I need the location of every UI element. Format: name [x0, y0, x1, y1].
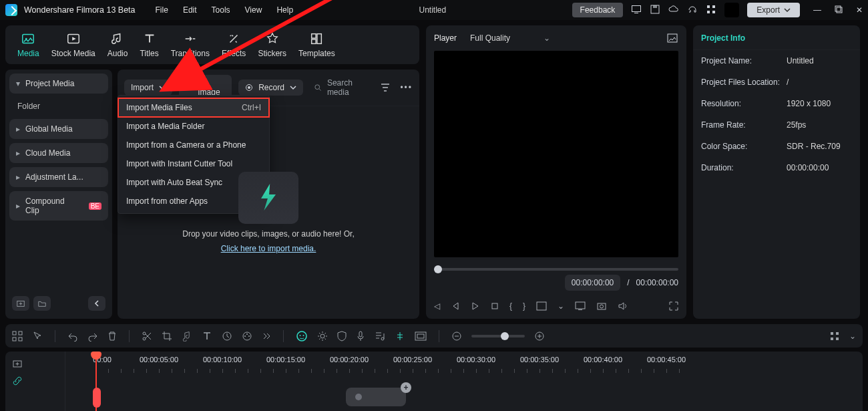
tl-view-caret-icon[interactable]: ⌄: [849, 331, 856, 341]
menu-view[interactable]: View: [245, 5, 262, 15]
tab-media[interactable]: Media: [17, 31, 39, 58]
zoom-out-icon[interactable]: [451, 331, 462, 341]
feedback-button[interactable]: Feedback: [572, 3, 624, 17]
mark-out-icon[interactable]: }: [523, 301, 525, 311]
menu-help[interactable]: Help: [276, 5, 293, 15]
color-icon[interactable]: [242, 331, 252, 341]
sidebar-item-adjustment-layer[interactable]: ▸ Adjustment La...: [9, 167, 108, 187]
window-maximize-icon[interactable]: [835, 5, 843, 15]
zoom-knob-icon[interactable]: [501, 332, 509, 340]
import-instant-cutter[interactable]: Import with Instant Cutter Tool: [118, 154, 269, 173]
tl-add-track-icon[interactable]: [12, 358, 58, 369]
tab-stickers[interactable]: Stickers: [258, 31, 286, 58]
tl-shield-icon[interactable]: [337, 331, 347, 341]
prev-frame-icon[interactable]: ◁: [434, 301, 440, 311]
new-folder-icon[interactable]: [33, 296, 51, 311]
volume-icon[interactable]: [618, 301, 628, 311]
camera-icon[interactable]: [596, 301, 607, 311]
export-button[interactable]: Export: [747, 3, 800, 17]
chevron-down-icon[interactable]: ⌄: [558, 301, 564, 311]
menu-edit[interactable]: Edit: [183, 5, 197, 15]
info-cs-val: SDR - Rec.709: [787, 142, 841, 151]
cloud-icon[interactable]: [668, 4, 679, 17]
mark-in-icon[interactable]: {: [509, 301, 512, 311]
tab-titles[interactable]: Titles: [140, 31, 158, 58]
dropzone-link[interactable]: Click here to import media.: [221, 244, 316, 253]
display-icon[interactable]: [575, 301, 586, 311]
record-button[interactable]: Record: [238, 80, 303, 96]
tl-sun-icon[interactable]: [317, 331, 328, 341]
play-backward-icon[interactable]: [451, 301, 460, 311]
marker-icon[interactable]: [395, 331, 405, 341]
frame-icon[interactable]: [415, 331, 427, 341]
svg-rect-1: [634, 13, 638, 13]
progress-thumb-icon[interactable]: [434, 265, 442, 273]
tl-view-icon[interactable]: [829, 331, 840, 341]
tab-titles-label: Titles: [140, 49, 158, 58]
tab-effects[interactable]: Effects: [222, 31, 246, 58]
new-bin-icon[interactable]: [12, 296, 29, 311]
tl-grid-icon[interactable]: [12, 331, 23, 341]
player-quality-select[interactable]: Full Quality ⌄: [470, 33, 550, 43]
delete-icon[interactable]: [107, 331, 117, 341]
screen-icon[interactable]: [631, 4, 642, 17]
mic-icon[interactable]: [356, 331, 365, 341]
timeline-clip[interactable]: +: [346, 388, 406, 406]
ai-assistant-icon[interactable]: [296, 330, 308, 342]
menu-file[interactable]: File: [156, 5, 168, 15]
more-tl-icon[interactable]: [262, 331, 271, 341]
undo-icon[interactable]: [67, 331, 78, 341]
aspect-icon[interactable]: [536, 301, 547, 311]
text-icon[interactable]: [202, 331, 212, 341]
tab-stock-media[interactable]: Stock Media: [51, 31, 95, 58]
crop-icon[interactable]: [162, 331, 172, 341]
import-button[interactable]: Import: [124, 80, 172, 96]
timeline-track[interactable]: +: [65, 384, 863, 410]
svg-marker-23: [453, 303, 458, 309]
sidebar-folder[interactable]: Folder: [9, 98, 108, 115]
snapshot-icon[interactable]: [666, 32, 678, 44]
zoom-in-icon[interactable]: [534, 331, 545, 341]
trim-icon[interactable]: [222, 331, 232, 341]
tl-cursor-icon[interactable]: [32, 331, 43, 341]
grid-icon[interactable]: [706, 4, 716, 17]
redo-icon[interactable]: [87, 331, 98, 341]
chevron-down-icon: ▾: [16, 79, 20, 88]
tl-link-icon[interactable]: [12, 376, 58, 386]
player-progress[interactable]: [434, 268, 678, 271]
sidebar-item-global-media[interactable]: ▸ Global Media: [9, 119, 108, 139]
sidebar-item-cloud-media[interactable]: ▸ Cloud Media: [9, 143, 108, 163]
import-media-files[interactable]: Import Media Files Ctrl+I: [118, 98, 269, 117]
window-close-icon[interactable]: ✕: [856, 5, 863, 15]
project-info-tab[interactable]: Project Info: [693, 25, 860, 50]
tab-templates[interactable]: Templates: [298, 31, 335, 58]
import-media-folder[interactable]: Import a Media Folder: [118, 117, 269, 136]
save-icon[interactable]: [650, 4, 660, 17]
info-loc-key: Project Files Location:: [701, 78, 781, 87]
zoom-slider[interactable]: [471, 335, 525, 337]
player-canvas[interactable]: [434, 51, 678, 257]
tab-transitions[interactable]: Transitions: [171, 31, 210, 58]
menu-tools[interactable]: Tools: [212, 5, 230, 15]
search-box[interactable]: Search media: [310, 76, 374, 100]
sidebar-item-compound-clip[interactable]: ▸ Compound Clip BE: [9, 191, 108, 221]
more-icon[interactable]: •••: [400, 83, 413, 92]
speed-icon[interactable]: [182, 331, 192, 341]
fullscreen-icon[interactable]: [669, 301, 678, 311]
timeline[interactable]: 00:00 00:00:05:00 00:00:10:00 00:00:15:0…: [5, 352, 863, 411]
play-icon[interactable]: [471, 301, 480, 311]
collapse-sidebar-icon[interactable]: [88, 296, 105, 311]
split-icon[interactable]: [142, 331, 152, 341]
ruler-tick: 00:00:10:00: [203, 356, 242, 364]
sidebar-item-project-media[interactable]: ▾ Project Media: [9, 74, 108, 94]
stop-icon[interactable]: [491, 302, 499, 310]
avatar[interactable]: [724, 3, 739, 17]
headset-icon[interactable]: [687, 4, 698, 17]
filter-icon[interactable]: [380, 82, 391, 93]
window-minimize-icon[interactable]: —: [813, 5, 821, 15]
music-list-icon[interactable]: [375, 331, 385, 341]
import-from-camera[interactable]: Import from a Camera or a Phone: [118, 136, 269, 154]
clip-add-icon[interactable]: +: [401, 382, 411, 393]
tab-effects-label: Effects: [222, 49, 246, 58]
tab-audio[interactable]: Audio: [107, 31, 128, 58]
